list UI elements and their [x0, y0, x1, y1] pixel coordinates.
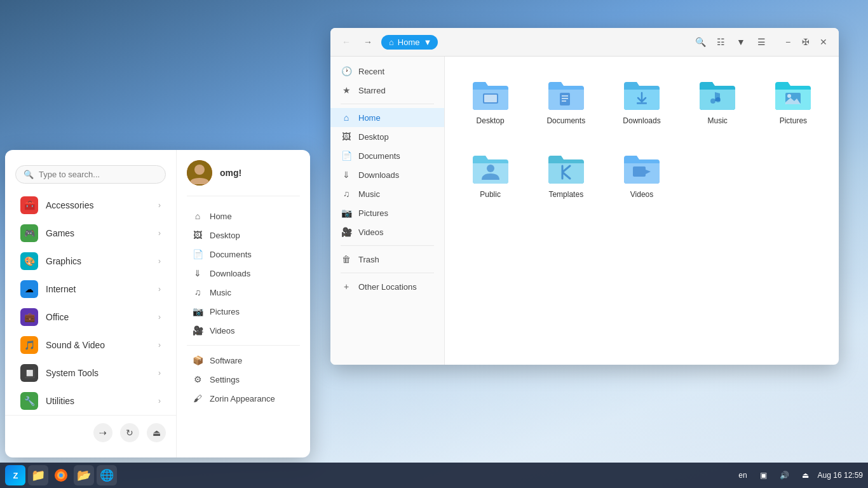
fm-sidebar-desktop-label: Desktop — [358, 132, 389, 142]
fm-sidebar-starred[interactable]: ★ Starred — [330, 81, 444, 100]
quicklink-videos[interactable]: 🎥 Videos — [187, 321, 300, 340]
refresh-button[interactable]: ↻ — [120, 423, 139, 442]
internet-label: Internet — [46, 284, 158, 294]
downloads-sidebar-icon: ⇓ — [341, 170, 352, 180]
fm-close-button[interactable]: ✕ — [816, 34, 831, 50]
app-menu-bottom-bar: ⇢ ↻ ⏏ — [5, 415, 176, 447]
fm-body: 🕐 Recent ★ Starred ⌂ Home 🖼 Desktop 📄 Do… — [330, 57, 839, 365]
menu-item-accessories[interactable]: 🧰 Accessories › — [10, 191, 171, 219]
fm-folder-videos[interactable]: Videos — [609, 143, 674, 207]
fm-search-button[interactable]: 🔍 — [691, 33, 709, 51]
zorin-appearance-label: Zorin Appearance — [210, 394, 275, 403]
zorin-appearance-icon: 🖌 — [192, 393, 203, 403]
fm-sidebar-documents[interactable]: 📄 Documents — [330, 146, 444, 165]
fm-sidebar-other-locations[interactable]: + Other Locations — [330, 277, 444, 296]
fm-sidebar-pictures[interactable]: 📷 Pictures — [330, 203, 444, 222]
taskbar-files-icon[interactable]: 📁 — [28, 465, 48, 485]
fm-folder-documents[interactable]: Documents — [533, 69, 599, 133]
fm-forward-button[interactable]: → — [360, 34, 376, 50]
templates-folder-label: Templates — [548, 190, 583, 199]
fm-folder-templates[interactable]: Templates — [533, 143, 599, 207]
taskbar-browser-icon[interactable]: 🌐 — [97, 465, 117, 485]
fm-maximize-button[interactable]: ✠ — [798, 34, 813, 50]
menu-item-utilities[interactable]: 🔧 Utilities › — [10, 387, 171, 415]
quicklink-documents[interactable]: 📄 Documents — [187, 245, 300, 264]
svg-rect-1 — [484, 95, 497, 102]
music-folder-label: Music — [708, 116, 728, 125]
fm-sidebar-music[interactable]: ♫ Music — [330, 184, 444, 203]
utilities-arrow-icon: › — [158, 396, 161, 405]
internet-icon: ☁ — [20, 280, 38, 298]
taskbar-datetime: Aug 16 12:59 — [818, 471, 863, 480]
user-avatar — [187, 160, 212, 186]
sound-video-icon: 🎵 — [20, 336, 38, 354]
settings-label: Settings — [210, 375, 240, 384]
downloads-folder-icon — [621, 77, 662, 112]
fm-folder-downloads[interactable]: Downloads — [609, 69, 674, 133]
volume-icon: 🔊 — [780, 471, 789, 480]
fm-folder-music[interactable]: Music — [685, 69, 750, 133]
documents-quick-label: Documents — [210, 250, 252, 259]
fm-folder-public[interactable]: Public — [458, 143, 523, 207]
fm-sidebar-home[interactable]: ⌂ Home — [330, 108, 444, 127]
taskbar-filemanager-icon[interactable]: 📂 — [74, 465, 94, 485]
games-label: Games — [46, 228, 158, 238]
fm-folder-pictures[interactable]: Pictures — [761, 69, 826, 133]
fm-menu-button[interactable]: ☰ — [752, 33, 770, 51]
fm-home-icon: ⌂ — [389, 37, 394, 47]
documents-sidebar-icon: 📄 — [341, 151, 352, 161]
graphics-icon: 🎨 — [20, 252, 38, 270]
fm-sidebar-recent[interactable]: 🕐 Recent — [330, 62, 444, 81]
fm-main-content: Desktop Documents — [445, 57, 839, 365]
quicklink-home[interactable]: ⌂ Home — [187, 207, 300, 226]
quicklink-downloads[interactable]: ⇓ Downloads — [187, 264, 300, 283]
fm-location-bar[interactable]: ⌂ Home ▼ — [381, 35, 438, 50]
fm-sidebar-desktop[interactable]: 🖼 Desktop — [330, 127, 444, 146]
system-tools-label: System Tools — [46, 368, 158, 378]
menu-item-office[interactable]: 💼 Office › — [10, 303, 171, 331]
app-menu-search-bar: 🔍 — [15, 165, 166, 184]
fm-back-button[interactable]: ← — [338, 34, 355, 50]
fm-sidebar-videos[interactable]: 🎥 Videos — [330, 222, 444, 241]
pictures-folder-label: Pictures — [780, 116, 807, 125]
fm-sidebar-home-label: Home — [358, 113, 381, 123]
fm-view-toggle-button[interactable]: ☷ — [712, 33, 729, 51]
taskbar-volume-button[interactable]: 🔊 — [776, 470, 793, 481]
menu-item-games[interactable]: 🎮 Games › — [10, 219, 171, 247]
svg-point-8 — [715, 97, 721, 102]
public-folder-icon — [470, 151, 511, 186]
zorin-menu-button[interactable]: Z — [5, 465, 25, 485]
menu-item-internet[interactable]: ☁ Internet › — [10, 275, 171, 303]
svg-point-14 — [194, 165, 205, 175]
downloads-quick-icon: ⇓ — [192, 268, 203, 278]
menu-item-graphics[interactable]: 🎨 Graphics › — [10, 247, 171, 275]
taskbar-firefox-icon[interactable] — [51, 465, 71, 485]
music-folder-icon — [697, 77, 738, 112]
pictures-folder-icon — [773, 77, 813, 112]
quicklink-pictures[interactable]: 📷 Pictures — [187, 302, 300, 321]
logout-button[interactable]: ⇢ — [93, 423, 112, 442]
taskbar-power-button[interactable]: ⏏ — [798, 470, 813, 481]
fm-sidebar-trash[interactable]: 🗑 Trash — [330, 250, 444, 269]
app-menu-right: omg! ⌂ Home 🖼 Desktop 📄 Documents ⇓ Down… — [177, 150, 310, 458]
fm-sidebar-other-label: Other Locations — [358, 282, 417, 292]
fm-sort-button[interactable]: ▼ — [732, 33, 750, 51]
home-sidebar-icon: ⌂ — [341, 112, 352, 123]
videos-sidebar-icon: 🎥 — [341, 227, 352, 237]
fm-sidebar-downloads[interactable]: ⇓ Downloads — [330, 165, 444, 184]
taskbar-display-button[interactable]: ▣ — [756, 470, 771, 481]
power-button[interactable]: ⏏ — [147, 423, 166, 442]
quicklink-desktop[interactable]: 🖼 Desktop — [187, 226, 300, 245]
desktop-quick-icon: 🖼 — [192, 230, 203, 240]
desktop-quick-label: Desktop — [210, 231, 240, 240]
quicklink-settings[interactable]: ⚙ Settings — [187, 370, 300, 389]
quicklink-software[interactable]: 📦 Software — [187, 351, 300, 370]
quicklink-music[interactable]: ♫ Music — [187, 283, 300, 302]
menu-item-system-tools[interactable]: 🔲 System Tools › — [10, 359, 171, 387]
lang-label: en — [738, 471, 747, 480]
fm-minimize-button[interactable]: − — [780, 34, 796, 50]
quicklink-zorin-appearance[interactable]: 🖌 Zorin Appearance — [187, 389, 300, 408]
search-input[interactable] — [39, 170, 158, 179]
menu-item-sound-video[interactable]: 🎵 Sound & Video › — [10, 331, 171, 359]
fm-folder-desktop[interactable]: Desktop — [458, 69, 523, 133]
